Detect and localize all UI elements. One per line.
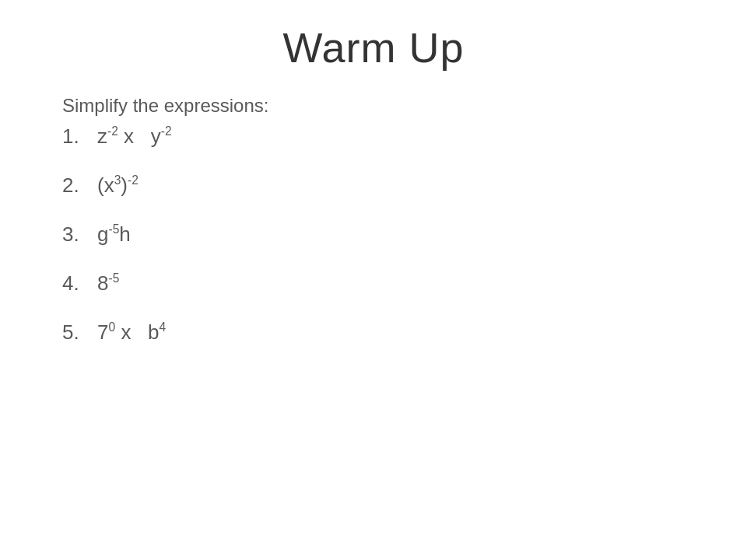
problem-number-4: 4. [62, 271, 97, 296]
problem-item-1: 1. z-2 x y-2 [62, 124, 685, 149]
problem-expr-4: 8-5 [97, 271, 119, 296]
problem-item-2: 2. (x3)-2 [62, 173, 685, 198]
problem-number-1: 1. [62, 124, 97, 149]
problem-expr-3: g-5h [97, 222, 131, 247]
problem-number-5: 5. [62, 320, 97, 345]
problem-item-3: 3. g-5h [62, 222, 685, 247]
problem-expr-5: 70 x b4 [97, 320, 166, 345]
problems-list: 1. z-2 x y-2 2. (x3)-2 3. g-5h 4. 8-5 5.… [62, 124, 685, 345]
problem-number-2: 2. [62, 173, 97, 198]
subtitle-text: Simplify the expressions: [62, 95, 685, 117]
problem-item-5: 5. 70 x b4 [62, 320, 685, 345]
problem-expr-1: z-2 x y-2 [97, 124, 172, 149]
problem-item-4: 4. 8-5 [62, 271, 685, 296]
page: Warm Up Simplify the expressions: 1. z-2… [0, 0, 747, 560]
problem-number-3: 3. [62, 222, 97, 247]
problem-expr-2: (x3)-2 [97, 173, 139, 198]
page-title: Warm Up [62, 23, 685, 72]
